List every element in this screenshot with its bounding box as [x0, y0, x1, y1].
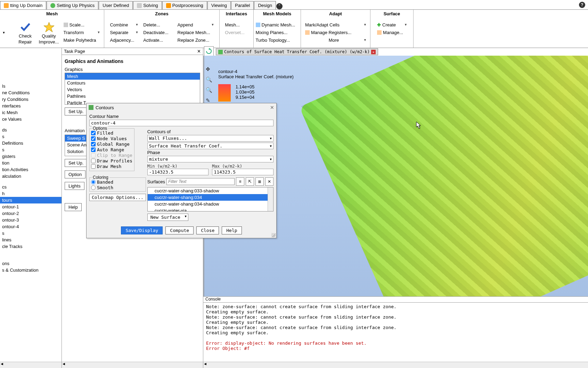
zones-separate-button[interactable]: Separate▼	[109, 29, 138, 36]
tab-setting-up-physics[interactable]: Setting Up Physics	[47, 1, 98, 9]
banded-radio[interactable]: Banded	[91, 179, 144, 185]
horizontal-scrollbar[interactable]	[62, 362, 203, 368]
tree-item[interactable]: nterfaces	[0, 103, 62, 109]
field-variable-combo[interactable]: Surface Heat Transfer Coef.▼	[147, 143, 273, 149]
tree-item[interactable]: ontour-3	[0, 217, 62, 223]
tab-viewing[interactable]: Viewing	[207, 1, 231, 9]
tree-item[interactable]: ne Conditions	[0, 89, 62, 96]
zones-combine-button[interactable]: Combine▼	[109, 22, 138, 28]
tree-item[interactable]: tion	[0, 160, 62, 166]
close-tab-icon[interactable]: ✕	[371, 50, 376, 54]
draw-profiles-checkbox[interactable]: Draw Profiles	[91, 158, 133, 163]
button-label[interactable]: Improve...	[39, 39, 59, 45]
tab-design[interactable]: Design	[254, 1, 276, 9]
zones-deactivate-button[interactable]: Deactivate...	[142, 29, 172, 36]
node-values-checkbox[interactable]: Node Values	[91, 136, 133, 141]
surface-create-button[interactable]: ✚Create▼	[376, 22, 407, 28]
surface-manage-button[interactable]: Manage...	[376, 29, 407, 36]
refresh-button[interactable]	[204, 46, 214, 56]
global-range-checkbox[interactable]: Global Range	[91, 142, 133, 147]
contour-name-input[interactable]	[89, 120, 273, 126]
draw-mesh-checkbox[interactable]: Draw Mesh	[91, 164, 133, 169]
tree-item[interactable]: h	[0, 190, 62, 197]
graphics-listbox[interactable]: Mesh Contours Vectors Pathlines Particle…	[65, 73, 200, 105]
setup-button-2[interactable]: Set Up.	[65, 159, 87, 167]
setup-button[interactable]: Set Up.	[65, 107, 87, 115]
tree-item[interactable]: ry Conditions	[0, 96, 62, 103]
tree-item[interactable]: cs	[0, 184, 62, 190]
resize-grip[interactable]	[271, 233, 276, 237]
close-icon[interactable]: ✕	[270, 105, 274, 110]
close-button[interactable]: Close	[196, 226, 219, 234]
options-button[interactable]: Option	[65, 170, 85, 178]
field-category-combo[interactable]: Wall Fluxes...▼	[147, 135, 273, 142]
tree-item[interactable]: cle Tracks	[0, 243, 62, 250]
tab-user-defined[interactable]: User Defined	[99, 1, 133, 9]
zones-activate-button[interactable]: Activate...	[142, 37, 172, 43]
dynamic-mesh-button[interactable]: Dynamic Mesh...	[255, 22, 300, 28]
tab-solving[interactable]: Solving	[133, 1, 162, 9]
compute-button[interactable]: Compute	[165, 226, 194, 234]
horizontal-scrollbar[interactable]	[203, 362, 588, 368]
tree-item[interactable]: ons	[0, 260, 62, 267]
tree-item[interactable]: s & Customization	[0, 267, 62, 273]
tree-item[interactable]: s	[0, 133, 62, 140]
surfaces-filter-input[interactable]	[166, 178, 235, 185]
save-display-button[interactable]: Save/Display	[121, 226, 163, 234]
tree-item[interactable]: ontour-4	[0, 223, 62, 230]
button-label[interactable]: Repair	[18, 39, 32, 45]
zones-replace-zone-button[interactable]: Replace Zone...	[177, 37, 214, 43]
zones-replace-mesh-button[interactable]: Replace Mesh...	[177, 29, 214, 36]
help-button[interactable]: Help	[222, 226, 242, 234]
min-input[interactable]	[147, 169, 209, 175]
list-item[interactable]: Mesh	[65, 73, 200, 80]
mesh-make-polyhedra-button[interactable]: Make Polyhedra	[63, 37, 100, 43]
mesh-quality-button[interactable]: Quality Improve...	[38, 20, 60, 45]
filter-toggle-button[interactable]: ≡	[236, 177, 244, 186]
list-item[interactable]: Pathlines	[65, 93, 200, 99]
close-icon[interactable]: ✕	[197, 49, 201, 54]
chevron-down-icon[interactable]: ▼	[2, 31, 6, 34]
colormap-options-button[interactable]: Colormap Options...	[89, 194, 146, 201]
horizontal-scrollbar[interactable]	[0, 362, 62, 368]
adapt-more-button[interactable]: More▼	[304, 37, 367, 43]
list-item[interactable]: Contours	[65, 80, 200, 86]
filled-checkbox[interactable]: Filled	[91, 130, 133, 136]
mesh-scale-button[interactable]: Scale...	[63, 22, 100, 28]
tree-item[interactable]: ontour-1	[0, 203, 62, 210]
move-tool-icon[interactable]: ✥	[206, 66, 212, 72]
zones-append-button[interactable]: Append▼	[177, 22, 214, 28]
interfaces-mesh-button[interactable]: Mesh...	[224, 22, 248, 28]
tab-postprocessing[interactable]: Postprocessing	[162, 1, 207, 9]
tree-item[interactable]: s	[0, 146, 62, 153]
mixing-planes-button[interactable]: Mixing Planes...	[255, 29, 300, 36]
canvas-tab[interactable]: Contours of Surface Heat Transfer Coef. …	[216, 48, 378, 55]
help-icon[interactable]: ?	[579, 2, 585, 8]
auto-range-checkbox[interactable]: Auto Range	[91, 147, 133, 152]
list-item[interactable]: cucrzr-water-shang:034-shadow	[148, 201, 273, 207]
list-item[interactable]: cucrzr-water-xia	[148, 207, 273, 211]
tree-item[interactable]: ls	[0, 83, 62, 89]
manage-registers-button[interactable]: Manage Registers...	[304, 29, 367, 36]
tree-item[interactable]: ds	[0, 127, 62, 133]
phase-combo[interactable]: mixture▼	[147, 156, 273, 162]
zones-delete-button[interactable]: Delete...	[142, 22, 172, 28]
tree-item[interactable]: ic Mesh	[0, 109, 62, 116]
tree-item[interactable]: s	[0, 230, 62, 237]
mesh-transform-button[interactable]: Transform▼	[63, 29, 100, 36]
lights-button[interactable]: Lights	[65, 182, 84, 190]
tab-parallel[interactable]: Parallel	[231, 1, 254, 9]
zoom-out-icon[interactable]: 🔍	[206, 87, 212, 93]
tree-item[interactable]: ce Values	[0, 116, 62, 122]
select-all-button[interactable]: ⇱	[246, 177, 254, 186]
list-item[interactable]: Vectors	[65, 86, 200, 93]
mesh-check-button[interactable]: Check Repair	[14, 20, 36, 45]
select-visible-button[interactable]: ≣	[255, 177, 264, 186]
tree-item[interactable]: Definitions	[0, 140, 62, 146]
tree-item[interactable]: ontour-2	[0, 210, 62, 217]
max-input[interactable]	[212, 169, 273, 175]
list-item[interactable]: cucrzr-water-shang:033-shadow	[148, 187, 273, 194]
turbo-topology-button[interactable]: Turbo Topology...	[255, 37, 300, 43]
smooth-radio[interactable]: Smooth	[91, 185, 144, 190]
tree-item[interactable]: tion Activities	[0, 166, 62, 173]
